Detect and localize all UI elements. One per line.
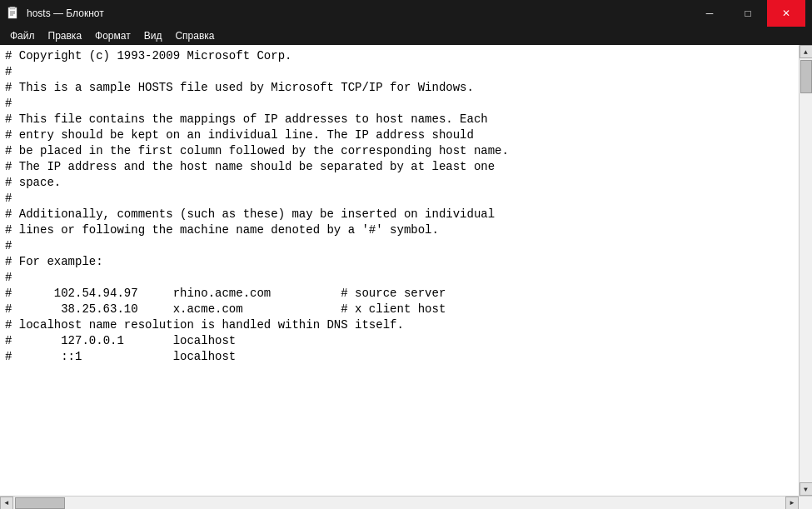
maximize-button[interactable]: □ [729,0,767,27]
notepad-icon [7,7,20,20]
scrollbar-thumb-horizontal[interactable] [15,497,65,509]
scrollbar-horizontal-container: ◄ ► [0,496,812,509]
minimize-button[interactable]: ─ [690,0,729,27]
scrollbar-thumb-vertical[interactable] [800,60,812,93]
window-title: hosts — Блокнот [27,7,104,19]
scroll-up-button[interactable]: ▲ [800,45,813,58]
window: hosts — Блокнот ─ □ ✕ Файл Правка Формат… [0,0,812,509]
menu-help[interactable]: Справка [168,28,221,43]
menu-view[interactable]: Вид [137,28,169,43]
scroll-down-button[interactable]: ▼ [800,482,813,496]
scrollbar-track-vertical[interactable] [800,58,813,482]
title-bar-controls: ─ □ ✕ [690,0,805,27]
scrollbar-corner [799,497,812,510]
menu-bar: Файл Правка Формат Вид Справка [0,27,812,45]
scrollbar-vertical: ▲ ▼ [799,45,812,496]
title-bar: hosts — Блокнот ─ □ ✕ [0,0,812,27]
text-editor[interactable]: # Copyright (c) 1993-2009 Microsoft Corp… [0,45,799,496]
menu-edit[interactable]: Правка [42,28,89,43]
scroll-right-button[interactable]: ► [785,497,799,510]
title-bar-left: hosts — Блокнот [7,7,104,20]
scrollbar-track-horizontal[interactable] [13,497,785,510]
svg-rect-1 [10,7,15,9]
menu-file[interactable]: Файл [3,28,42,43]
scroll-left-button[interactable]: ◄ [0,497,13,510]
editor-area: # Copyright (c) 1993-2009 Microsoft Corp… [0,45,812,496]
close-button[interactable]: ✕ [767,0,805,27]
menu-format[interactable]: Формат [88,28,137,43]
